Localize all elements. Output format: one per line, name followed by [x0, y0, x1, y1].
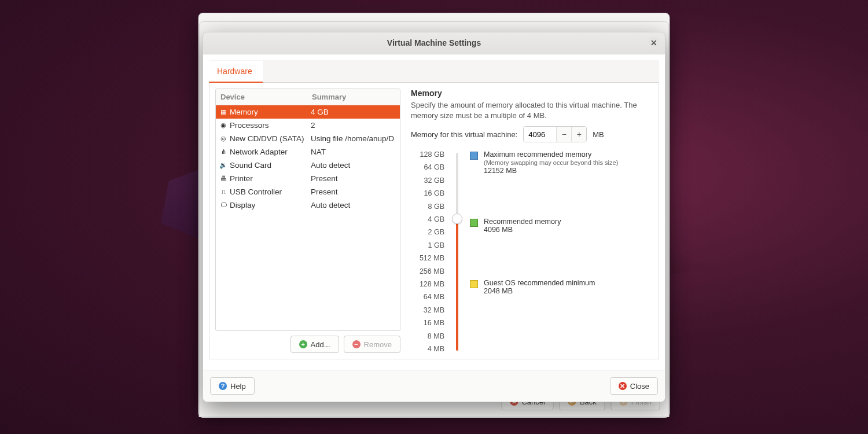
device-name: Printer [230, 174, 253, 183]
device-name: New CD/DVD (SATA) [230, 134, 304, 143]
memory-legend: Maximum recommended memory (Memory swapp… [470, 150, 653, 353]
column-header-summary: Summary [307, 89, 400, 105]
device-row-sound-card[interactable]: 🔉Sound CardAuto detect [216, 159, 400, 172]
memory-stepper: − + [523, 126, 587, 142]
memory-input[interactable] [524, 127, 556, 142]
plus-icon: + [299, 340, 307, 348]
device-row-network-adapter[interactable]: ⋔Network AdapterNAT [216, 145, 400, 159]
legend-max-value: 12152 MB [484, 167, 517, 175]
remove-device-button[interactable]: − Remove [344, 336, 400, 353]
plus-small-icon: + [577, 130, 582, 139]
legend-min: Guest OS recommended minimum 2048 MB [470, 279, 595, 295]
device-name: USB Controller [230, 187, 282, 196]
memory-icon: ▦ [219, 108, 227, 116]
slider-tick-label: 64 MB [411, 293, 444, 301]
memory-decrement-button[interactable]: − [556, 127, 571, 142]
legend-min-title: Guest OS recommended minimum [484, 279, 595, 287]
vm-settings-dialog: Virtual Machine Settings ✕ Hardware Devi… [203, 32, 665, 402]
usb-icon: ⎍ [219, 187, 227, 196]
device-name: Sound Card [230, 161, 271, 170]
legend-swatch-yellow [470, 280, 478, 288]
slider-tick-label: 32 MB [411, 306, 444, 314]
legend-min-value: 2048 MB [484, 287, 513, 295]
close-label: Close [630, 382, 649, 391]
memory-description: Specify the amount of memory allocated t… [411, 100, 653, 120]
device-row-printer[interactable]: 🖶PrinterPresent [216, 172, 400, 185]
device-row-usb-controller[interactable]: ⎍USB ControllerPresent [216, 185, 400, 198]
memory-heading: Memory [411, 89, 653, 98]
device-summary: Auto detect [307, 161, 400, 170]
memory-input-label: Memory for this virtual machine: [411, 130, 517, 139]
slider-tick-label: 4 GB [411, 215, 444, 223]
slider-tick-label: 512 MB [411, 254, 444, 262]
display-icon: 🖵 [219, 201, 227, 209]
tab-hardware[interactable]: Hardware [209, 61, 263, 83]
memory-slider-ticks: 128 GB64 GB32 GB16 GB8 GB4 GB2 GB1 GB512… [411, 150, 444, 353]
legend-max-sub: (Memory swapping may occur beyond this s… [484, 159, 618, 166]
close-button[interactable]: ✕ Close [610, 377, 658, 395]
slider-tick-label: 16 MB [411, 319, 444, 327]
dialog-title: Virtual Machine Settings [387, 38, 481, 47]
device-list: Device Summary ▦Memory4 GB◉Processors2◎N… [215, 89, 400, 331]
slider-handle[interactable] [452, 214, 462, 224]
help-icon: ? [219, 382, 227, 390]
titlebar-close-button[interactable]: ✕ [648, 36, 660, 49]
tab-hardware-label: Hardware [217, 67, 252, 76]
slider-tick-label: 8 MB [411, 332, 444, 340]
titlebar: Virtual Machine Settings ✕ [203, 32, 665, 54]
add-device-button[interactable]: + Add... [290, 336, 339, 353]
device-name: Processors [230, 121, 269, 130]
minus-small-icon: − [562, 130, 567, 139]
device-summary: Present [307, 174, 400, 183]
slider-tick-label: 128 MB [411, 280, 444, 288]
slider-tick-label: 128 GB [411, 150, 444, 159]
device-name: Memory [230, 108, 258, 116]
help-button[interactable]: ? Help [210, 377, 255, 395]
memory-increment-button[interactable]: + [571, 127, 586, 142]
device-name: Network Adapter [230, 148, 288, 156]
minus-icon: − [352, 340, 361, 348]
device-summary: Auto detect [307, 201, 400, 209]
device-row-display[interactable]: 🖵DisplayAuto detect [216, 198, 400, 212]
slider-tick-label: 4 MB [411, 345, 444, 353]
legend-recommended: Recommended memory 4096 MB [470, 218, 561, 234]
legend-rec-title: Recommended memory [484, 218, 561, 226]
column-header-device: Device [216, 89, 307, 105]
device-summary: 2 [307, 121, 400, 130]
tab-bar: Hardware [209, 60, 659, 83]
close-icon: ✕ [650, 38, 657, 47]
device-row-processors[interactable]: ◉Processors2 [216, 119, 400, 132]
legend-max-title: Maximum recommended memory [484, 150, 618, 159]
slider-tick-label: 32 GB [411, 176, 444, 185]
device-row-memory[interactable]: ▦Memory4 GB [216, 105, 400, 119]
legend-swatch-green [470, 219, 478, 227]
device-row-new-cd-dvd-sata-[interactable]: ◎New CD/DVD (SATA)Using file /home/anup/… [216, 132, 400, 145]
device-name: Display [230, 201, 255, 209]
printer-icon: 🖶 [219, 174, 227, 182]
slider-tick-label: 1 GB [411, 241, 444, 249]
network-icon: ⋔ [219, 148, 227, 156]
legend-swatch-blue [470, 152, 478, 160]
close-x-icon: ✕ [619, 382, 627, 390]
slider-tick-label: 64 GB [411, 163, 444, 171]
help-label: Help [230, 382, 246, 391]
legend-max: Maximum recommended memory (Memory swapp… [470, 150, 618, 175]
sound-icon: 🔉 [219, 161, 227, 169]
cpu-icon: ◉ [219, 121, 227, 129]
legend-rec-value: 4096 MB [484, 226, 513, 234]
add-device-label: Add... [311, 340, 330, 349]
slider-tick-label: 16 GB [411, 189, 444, 197]
device-summary: NAT [307, 148, 400, 156]
device-summary: Using file /home/anup/D [307, 134, 400, 143]
memory-unit: MB [593, 130, 604, 139]
device-summary: Present [307, 187, 400, 196]
slider-tick-label: 2 GB [411, 228, 444, 236]
slider-tick-label: 8 GB [411, 203, 444, 211]
slider-track-fill [456, 218, 458, 351]
remove-device-label: Remove [364, 340, 392, 349]
disc-icon: ◎ [219, 134, 227, 142]
memory-slider[interactable] [453, 150, 462, 353]
device-summary: 4 GB [307, 108, 400, 116]
slider-tick-label: 256 MB [411, 267, 444, 275]
